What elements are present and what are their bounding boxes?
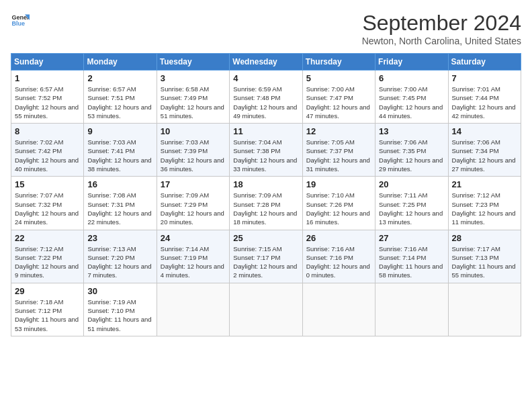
svg-text:Blue: Blue — [11, 20, 25, 27]
day-number: 10 — [161, 126, 226, 136]
day-info: Sunrise: 7:00 AM Sunset: 7:45 PM Dayligh… — [379, 85, 444, 120]
day-info: Sunrise: 7:10 AM Sunset: 7:26 PM Dayligh… — [306, 191, 371, 226]
day-number: 8 — [15, 126, 80, 136]
day-cell — [302, 283, 375, 336]
day-cell: 16 Sunrise: 7:08 AM Sunset: 7:31 PM Dayl… — [84, 177, 157, 230]
day-number: 18 — [233, 179, 298, 189]
day-cell: 22 Sunrise: 7:12 AM Sunset: 7:22 PM Dayl… — [11, 230, 84, 283]
day-info: Sunrise: 7:18 AM Sunset: 7:12 PM Dayligh… — [15, 298, 80, 333]
day-info: Sunrise: 6:57 AM Sunset: 7:52 PM Dayligh… — [15, 85, 80, 120]
title-block: September 2024 Newton, North Carolina, U… — [362, 11, 521, 46]
week-row-2: 8 Sunrise: 7:02 AM Sunset: 7:42 PM Dayli… — [11, 124, 521, 177]
day-cell: 21 Sunrise: 7:12 AM Sunset: 7:23 PM Dayl… — [448, 177, 521, 230]
day-info: Sunrise: 7:09 AM Sunset: 7:29 PM Dayligh… — [161, 191, 226, 226]
day-info: Sunrise: 7:00 AM Sunset: 7:47 PM Dayligh… — [306, 85, 371, 120]
day-number: 14 — [452, 126, 517, 136]
day-number: 28 — [452, 233, 517, 243]
col-header-monday: Monday — [84, 54, 157, 71]
day-cell: 1 Sunrise: 6:57 AM Sunset: 7:52 PM Dayli… — [11, 71, 84, 124]
col-header-saturday: Saturday — [448, 54, 521, 71]
week-row-4: 22 Sunrise: 7:12 AM Sunset: 7:22 PM Dayl… — [11, 230, 521, 283]
day-number: 5 — [306, 73, 371, 83]
day-number: 21 — [452, 179, 517, 189]
day-number: 30 — [87, 286, 152, 296]
day-cell: 28 Sunrise: 7:17 AM Sunset: 7:13 PM Dayl… — [448, 230, 521, 283]
day-info: Sunrise: 7:06 AM Sunset: 7:34 PM Dayligh… — [452, 138, 517, 173]
day-cell: 25 Sunrise: 7:15 AM Sunset: 7:17 PM Dayl… — [230, 230, 302, 283]
day-info: Sunrise: 7:12 AM Sunset: 7:22 PM Dayligh… — [15, 244, 80, 280]
day-cell: 2 Sunrise: 6:57 AM Sunset: 7:51 PM Dayli… — [84, 71, 157, 124]
day-cell: 6 Sunrise: 7:00 AM Sunset: 7:45 PM Dayli… — [375, 71, 448, 124]
day-info: Sunrise: 7:17 AM Sunset: 7:13 PM Dayligh… — [452, 244, 517, 280]
day-cell: 23 Sunrise: 7:13 AM Sunset: 7:20 PM Dayl… — [84, 230, 157, 283]
day-cell: 5 Sunrise: 7:00 AM Sunset: 7:47 PM Dayli… — [302, 71, 375, 124]
day-number: 1 — [15, 73, 80, 83]
day-number: 17 — [161, 179, 226, 189]
day-info: Sunrise: 7:02 AM Sunset: 7:42 PM Dayligh… — [15, 138, 80, 173]
day-cell — [157, 283, 229, 336]
day-number: 25 — [233, 233, 298, 243]
col-header-thursday: Thursday — [302, 54, 375, 71]
calendar-header-row: SundayMondayTuesdayWednesdayThursdayFrid… — [11, 54, 521, 71]
day-info: Sunrise: 7:09 AM Sunset: 7:28 PM Dayligh… — [233, 191, 298, 226]
day-cell: 8 Sunrise: 7:02 AM Sunset: 7:42 PM Dayli… — [11, 124, 84, 177]
day-info: Sunrise: 7:04 AM Sunset: 7:38 PM Dayligh… — [233, 138, 298, 173]
col-header-wednesday: Wednesday — [230, 54, 302, 71]
day-info: Sunrise: 7:03 AM Sunset: 7:39 PM Dayligh… — [161, 138, 226, 173]
day-number: 15 — [15, 179, 80, 189]
day-info: Sunrise: 6:59 AM Sunset: 7:48 PM Dayligh… — [233, 85, 298, 120]
day-cell: 17 Sunrise: 7:09 AM Sunset: 7:29 PM Dayl… — [157, 177, 229, 230]
day-number: 29 — [15, 286, 80, 296]
day-number: 22 — [15, 233, 80, 243]
day-number: 27 — [379, 233, 444, 243]
day-info: Sunrise: 7:15 AM Sunset: 7:17 PM Dayligh… — [233, 244, 298, 280]
col-header-friday: Friday — [375, 54, 448, 71]
day-number: 6 — [379, 73, 444, 83]
day-number: 7 — [452, 73, 517, 83]
week-row-3: 15 Sunrise: 7:07 AM Sunset: 7:32 PM Dayl… — [11, 177, 521, 230]
day-info: Sunrise: 7:16 AM Sunset: 7:14 PM Dayligh… — [379, 244, 444, 280]
page-header: General Blue General Blue September 2024… — [11, 11, 521, 46]
day-cell: 24 Sunrise: 7:14 AM Sunset: 7:19 PM Dayl… — [157, 230, 229, 283]
day-info: Sunrise: 7:16 AM Sunset: 7:16 PM Dayligh… — [306, 244, 371, 280]
day-cell: 19 Sunrise: 7:10 AM Sunset: 7:26 PM Dayl… — [302, 177, 375, 230]
day-info: Sunrise: 7:11 AM Sunset: 7:25 PM Dayligh… — [379, 191, 444, 226]
day-info: Sunrise: 7:14 AM Sunset: 7:19 PM Dayligh… — [161, 244, 226, 280]
day-info: Sunrise: 6:58 AM Sunset: 7:49 PM Dayligh… — [161, 85, 226, 120]
week-row-5: 29 Sunrise: 7:18 AM Sunset: 7:12 PM Dayl… — [11, 283, 521, 336]
day-number: 4 — [233, 73, 298, 83]
day-cell: 4 Sunrise: 6:59 AM Sunset: 7:48 PM Dayli… — [230, 71, 302, 124]
location: Newton, North Carolina, United States — [362, 36, 521, 46]
day-cell: 9 Sunrise: 7:03 AM Sunset: 7:41 PM Dayli… — [84, 124, 157, 177]
day-number: 13 — [379, 126, 444, 136]
day-cell: 14 Sunrise: 7:06 AM Sunset: 7:34 PM Dayl… — [448, 124, 521, 177]
day-info: Sunrise: 7:05 AM Sunset: 7:37 PM Dayligh… — [306, 138, 371, 173]
week-row-1: 1 Sunrise: 6:57 AM Sunset: 7:52 PM Dayli… — [11, 71, 521, 124]
day-number: 26 — [306, 233, 371, 243]
day-cell: 11 Sunrise: 7:04 AM Sunset: 7:38 PM Dayl… — [230, 124, 302, 177]
day-cell — [448, 283, 521, 336]
day-cell: 3 Sunrise: 6:58 AM Sunset: 7:49 PM Dayli… — [157, 71, 229, 124]
col-header-tuesday: Tuesday — [157, 54, 229, 71]
day-cell: 12 Sunrise: 7:05 AM Sunset: 7:37 PM Dayl… — [302, 124, 375, 177]
calendar-table: SundayMondayTuesdayWednesdayThursdayFrid… — [11, 53, 521, 336]
day-cell: 18 Sunrise: 7:09 AM Sunset: 7:28 PM Dayl… — [230, 177, 302, 230]
day-cell: 27 Sunrise: 7:16 AM Sunset: 7:14 PM Dayl… — [375, 230, 448, 283]
day-number: 3 — [161, 73, 226, 83]
day-cell — [375, 283, 448, 336]
day-cell: 30 Sunrise: 7:19 AM Sunset: 7:10 PM Dayl… — [84, 283, 157, 336]
day-number: 16 — [87, 179, 152, 189]
day-number: 11 — [233, 126, 298, 136]
day-cell: 13 Sunrise: 7:06 AM Sunset: 7:35 PM Dayl… — [375, 124, 448, 177]
day-info: Sunrise: 7:01 AM Sunset: 7:44 PM Dayligh… — [452, 85, 517, 120]
day-number: 2 — [87, 73, 152, 83]
day-info: Sunrise: 7:06 AM Sunset: 7:35 PM Dayligh… — [379, 138, 444, 173]
day-cell: 20 Sunrise: 7:11 AM Sunset: 7:25 PM Dayl… — [375, 177, 448, 230]
day-info: Sunrise: 7:19 AM Sunset: 7:10 PM Dayligh… — [87, 298, 152, 333]
day-info: Sunrise: 7:03 AM Sunset: 7:41 PM Dayligh… — [87, 138, 152, 173]
day-cell: 29 Sunrise: 7:18 AM Sunset: 7:12 PM Dayl… — [11, 283, 84, 336]
day-number: 20 — [379, 179, 444, 189]
day-number: 9 — [87, 126, 152, 136]
day-number: 23 — [87, 233, 152, 243]
day-info: Sunrise: 7:08 AM Sunset: 7:31 PM Dayligh… — [87, 191, 152, 226]
